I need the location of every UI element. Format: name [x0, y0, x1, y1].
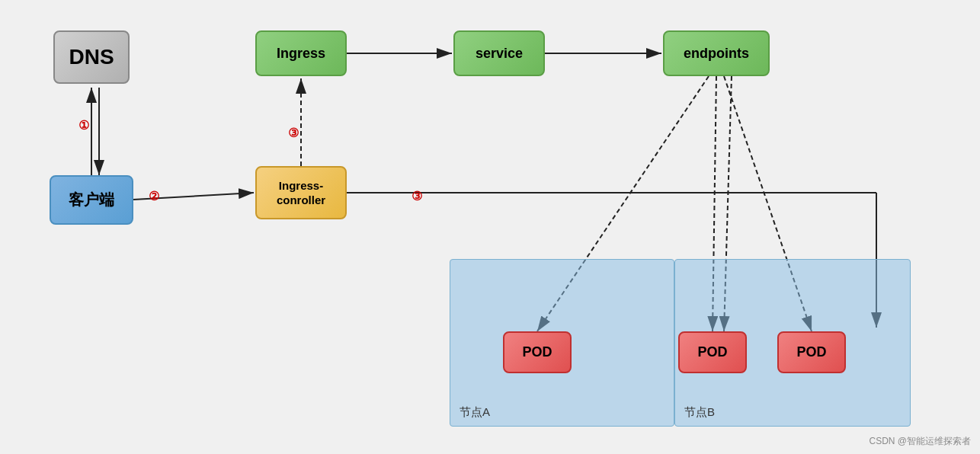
step-1-label: ① [78, 118, 89, 133]
service-box: service [453, 30, 545, 76]
client-box: 客户端 [50, 175, 133, 225]
pod1-box: POD [503, 331, 572, 373]
ingress-controller-box: Ingress-conroller [255, 166, 347, 219]
pod1-label: POD [522, 344, 552, 360]
watermark: CSDN @智能运维探索者 [869, 435, 971, 448]
dns-label: DNS [69, 45, 114, 69]
ingress-label: Ingress [277, 46, 325, 62]
pod3-box: POD [777, 331, 846, 373]
pod3-label: POD [796, 344, 826, 360]
endpoints-label: endpoints [684, 46, 749, 62]
node-a-label: 节点A [460, 405, 490, 420]
endpoints-box: endpoints [663, 30, 770, 76]
pod2-box: POD [678, 331, 747, 373]
step-3a-label: ③ [288, 126, 299, 140]
ingress-box: Ingress [255, 30, 347, 76]
step-2-label: ② [149, 189, 159, 203]
client-label: 客户端 [69, 190, 114, 210]
diagram-container: DNS 客户端 Ingress service endpoints Ingres… [0, 0, 980, 454]
service-label: service [476, 46, 523, 62]
pod2-label: POD [697, 344, 727, 360]
step-3b-label: ③ [412, 189, 422, 203]
ingress-controller-label: Ingress-conroller [277, 178, 325, 208]
node-b-label: 节点B [684, 405, 715, 420]
dns-box: DNS [53, 30, 130, 84]
